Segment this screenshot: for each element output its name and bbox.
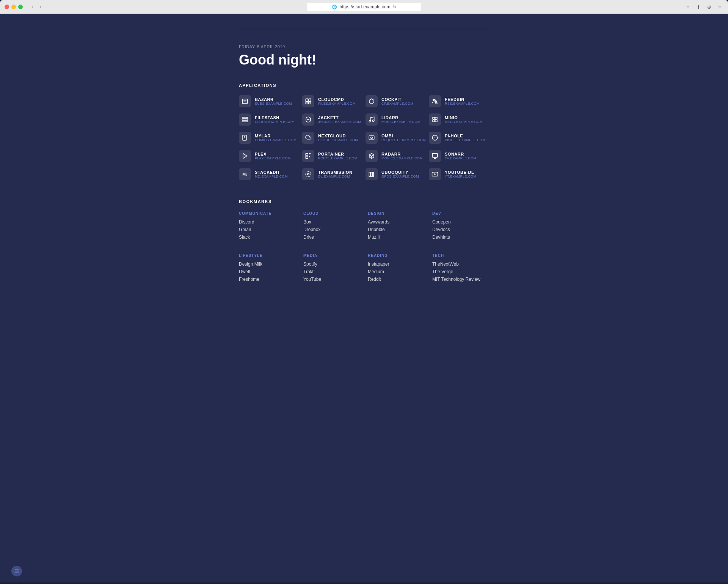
bookmark-category-communicate: COMMUNICATEDiscordGmailSlack (239, 211, 296, 242)
fullscreen-button[interactable] (18, 5, 23, 9)
reader-icon[interactable]: ≡ (684, 3, 692, 11)
svg-rect-0 (242, 99, 248, 104)
bookmark-category-title: READING (368, 253, 425, 258)
svg-rect-9 (242, 121, 248, 122)
bookmark-category-title: CLOUD (303, 211, 360, 216)
bookmark-item[interactable]: Dropbox (303, 227, 360, 232)
app-item-mylar[interactable]: MYLARCOMICS.EXAMPLE.COM (239, 132, 299, 144)
app-item-sonarr[interactable]: SONARRTV.EXAMPLE.COM (429, 150, 489, 162)
hamburger-menu-button[interactable]: ☰ (11, 566, 22, 576)
page-wrapper: FRIDAY, 5 APRIL 2019 Good night! APPLICA… (0, 14, 728, 582)
bookmark-item[interactable]: Trakt (303, 269, 360, 274)
svg-point-36 (308, 173, 309, 175)
cockpit-icon (366, 95, 378, 107)
app-item-transmission[interactable]: TRANSMISSIONDL.EXAMPLE.COM (302, 168, 362, 180)
bookmark-category-media: MEDIASpotifyTraktYouTube (303, 253, 360, 284)
app-item-lidarr[interactable]: LIDARRMUSIC.EXAMPLE.COM (366, 113, 426, 126)
bookmark-category-reading: READINGInstapaperMediumReddit (368, 253, 425, 284)
app-item-radarr[interactable]: RADARRMOVIES.EXAMPLE.COM (366, 150, 426, 162)
bookmark-item[interactable]: MIT Technology Review (432, 277, 489, 282)
bookmark-item[interactable]: Freshome (239, 277, 296, 282)
app-item-ubooquity[interactable]: UBOOQUITYGPDS.EXAMPLE.COM (366, 168, 426, 180)
svg-rect-6 (309, 102, 311, 104)
app-item-stackedit[interactable]: M↓STACKEDITMD.EXAMPLE.COM (239, 168, 299, 180)
bookmark-item[interactable]: Dwell (239, 269, 296, 274)
svg-rect-4 (309, 99, 311, 102)
minimize-button[interactable] (11, 5, 16, 9)
app-info: SONARRTV.EXAMPLE.COM (445, 152, 476, 160)
svg-rect-5 (306, 102, 308, 104)
app-item-plex[interactable]: PLEXPLAY.EXAMPLE.COM (239, 150, 299, 162)
app-item-minio[interactable]: MINIOMINIO.EXAMPLE.COM (429, 113, 489, 126)
browser-actions: ≡ ⬆ ⊕ ≡ (684, 3, 723, 11)
filestash-icon (239, 113, 251, 126)
app-url: CLOUD.EXAMPLE.COM (318, 138, 358, 142)
svg-marker-41 (435, 173, 436, 175)
app-item-bazarr[interactable]: BAZARRSUBS.EXAMPLE.COM (239, 95, 299, 107)
svg-rect-38 (371, 172, 372, 176)
bookmark-item[interactable]: TheNextWeb (432, 261, 489, 267)
bookmark-item[interactable]: Box (303, 219, 360, 225)
app-item-pi-hole[interactable]: PI-HOLEPIHOLE.EXAMPLE.COM (429, 132, 489, 144)
app-name: PI-HOLE (445, 134, 485, 138)
bookmark-item[interactable]: Dribbble (368, 227, 425, 232)
svg-point-11 (369, 120, 371, 122)
main-content: FRIDAY, 5 APRIL 2019 Good night! APPLICA… (231, 29, 497, 284)
app-url: MD.EXAMPLE.COM (255, 175, 288, 178)
svg-rect-27 (306, 156, 308, 159)
browser-chrome: ‹ › 🌐 https://start.example.com ↻ ≡ ⬆ ⊕ … (0, 0, 728, 14)
bookmark-item[interactable]: Spotify (303, 261, 360, 267)
app-name: MYLAR (255, 134, 297, 138)
app-item-youtube-dl[interactable]: YOUTUBE-DLYT.EXAMPLE.COM (429, 168, 489, 180)
app-name: STACKEDIT (255, 170, 288, 175)
app-info: MINIOMINIO.EXAMPLE.COM (445, 115, 483, 124)
app-item-cockpit[interactable]: COCKPITCP.EXAMPLE.COM (366, 95, 426, 107)
app-url: FILES.EXAMPLE.COM (318, 102, 356, 105)
bookmark-item[interactable]: Discord (239, 219, 296, 225)
bookmark-category-lifestyle: LIFESTYLEDesign MilkDwellFreshome (239, 253, 296, 284)
address-bar[interactable]: 🌐 https://start.example.com ↻ (307, 3, 421, 11)
svg-text:M↓: M↓ (242, 172, 248, 176)
bookmark-item[interactable]: Instapaper (368, 261, 425, 267)
traffic-lights (5, 5, 23, 9)
app-item-nextcloud[interactable]: NEXTCLOUDCLOUD.EXAMPLE.COM (302, 132, 362, 144)
bookmark-item[interactable]: Slack (239, 235, 296, 240)
bookmark-item[interactable]: Awwwards (368, 219, 425, 225)
bookmark-item[interactable]: Design Milk (239, 261, 296, 267)
bookmark-item[interactable]: Drive (303, 235, 360, 240)
bookmark-item[interactable]: Devhints (432, 235, 489, 240)
bookmark-item[interactable]: YouTube (303, 277, 360, 282)
app-item-jackett[interactable]: JACKETTJACKETT.EXAMPLE.COM (302, 113, 362, 126)
app-item-feedbin[interactable]: FEEDBINRSS.EXAMPLE.COM (429, 95, 489, 107)
svg-rect-13 (433, 117, 435, 119)
bookmark-item[interactable]: Devdocs (432, 227, 489, 232)
mylar-icon (239, 132, 251, 144)
bookmark-item[interactable]: Medium (368, 269, 425, 274)
app-item-portainer[interactable]: PORTAINERPORT1.EXAMPLE.COM (302, 150, 362, 162)
bookmark-item[interactable]: Reddit (368, 277, 425, 282)
close-button[interactable] (5, 5, 9, 9)
bookmark-item[interactable]: Gmail (239, 227, 296, 232)
app-info: PORTAINERPORT1.EXAMPLE.COM (318, 152, 357, 160)
back-button[interactable]: ‹ (29, 3, 36, 10)
svg-rect-37 (369, 172, 370, 176)
svg-rect-39 (372, 172, 373, 176)
svg-marker-24 (243, 153, 247, 159)
date-label: FRIDAY, 5 APRIL 2019 (239, 44, 489, 49)
app-item-filestash[interactable]: FILESTASHCLOUD.EXAMPLE.COM (239, 113, 299, 126)
menu-icon[interactable]: ≡ (716, 3, 723, 11)
share-icon[interactable]: ⬆ (695, 3, 702, 11)
bookmark-item[interactable]: The Verge (432, 269, 489, 274)
new-tab-icon[interactable]: ⊕ (705, 3, 713, 11)
app-item-cloudcmd[interactable]: CLOUDCMDFILES.EXAMPLE.COM (302, 95, 362, 107)
bookmark-item[interactable]: Muz.li (368, 235, 425, 240)
forward-button[interactable]: › (37, 3, 44, 10)
app-item-ombi[interactable]: OMBIREQUEST.EXAMPLE.COM (366, 132, 426, 144)
app-url: MOVIES.EXAMPLE.COM (381, 156, 423, 160)
reload-icon[interactable]: ↻ (393, 5, 396, 9)
app-name: BAZARR (255, 97, 292, 102)
app-url: TV.EXAMPLE.COM (445, 156, 476, 160)
bookmark-item[interactable]: Codepen (432, 219, 489, 225)
transmission-icon (302, 168, 314, 180)
app-name: CLOUDCMD (318, 97, 356, 102)
